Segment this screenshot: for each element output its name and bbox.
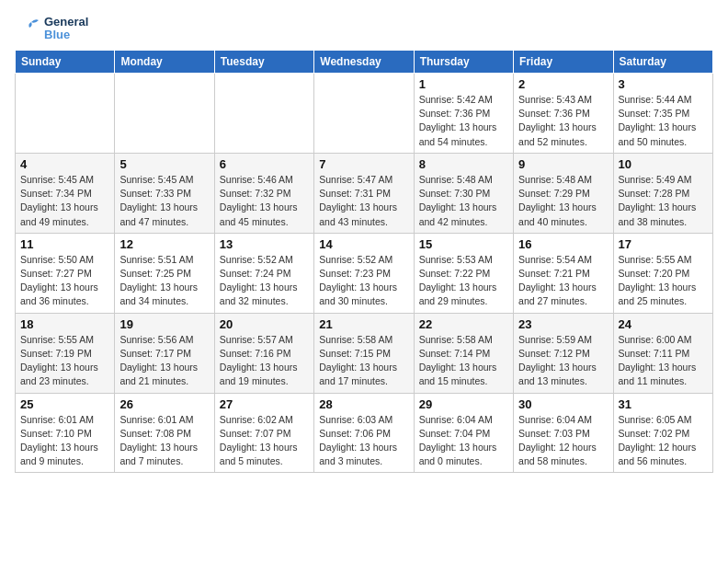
calendar-cell: 9Sunrise: 5:48 AMSunset: 7:29 PMDaylight… <box>514 153 613 233</box>
calendar-cell: 20Sunrise: 5:57 AMSunset: 7:16 PMDayligh… <box>214 313 313 393</box>
day-info: Sunrise: 5:59 AMSunset: 7:12 PMDaylight:… <box>518 333 608 389</box>
day-info: Sunrise: 6:04 AMSunset: 7:03 PMDaylight:… <box>518 413 608 469</box>
calendar-cell: 15Sunrise: 5:53 AMSunset: 7:22 PMDayligh… <box>414 233 513 313</box>
calendar-cell: 4Sunrise: 5:45 AMSunset: 7:34 PMDaylight… <box>16 153 115 233</box>
day-info: Sunrise: 5:47 AMSunset: 7:31 PMDaylight:… <box>319 173 408 229</box>
day-info: Sunrise: 5:43 AMSunset: 7:36 PMDaylight:… <box>518 93 608 149</box>
day-number: 16 <box>518 237 608 251</box>
day-number: 17 <box>619 237 708 251</box>
day-info: Sunrise: 5:54 AMSunset: 7:21 PMDaylight:… <box>518 253 608 309</box>
logo-bird-icon <box>15 15 42 42</box>
logo-text: General Blue <box>44 16 88 42</box>
day-info: Sunrise: 5:58 AMSunset: 7:15 PMDaylight:… <box>319 333 408 389</box>
day-info: Sunrise: 5:55 AMSunset: 7:20 PMDaylight:… <box>619 253 708 309</box>
day-info: Sunrise: 5:55 AMSunset: 7:19 PMDaylight:… <box>20 333 109 389</box>
day-info: Sunrise: 5:57 AMSunset: 7:16 PMDaylight:… <box>220 333 309 389</box>
day-number: 6 <box>220 157 309 171</box>
day-info: Sunrise: 6:04 AMSunset: 7:04 PMDaylight:… <box>419 413 508 469</box>
day-info: Sunrise: 5:52 AMSunset: 7:23 PMDaylight:… <box>319 253 408 309</box>
calendar-cell: 30Sunrise: 6:04 AMSunset: 7:03 PMDayligh… <box>514 393 613 473</box>
calendar-cell: 14Sunrise: 5:52 AMSunset: 7:23 PMDayligh… <box>314 233 414 313</box>
weekday-header: Friday <box>514 51 613 74</box>
calendar-cell: 22Sunrise: 5:58 AMSunset: 7:14 PMDayligh… <box>414 313 513 393</box>
day-number: 5 <box>119 157 209 171</box>
day-number: 8 <box>419 157 508 171</box>
calendar-cell: 27Sunrise: 6:02 AMSunset: 7:07 PMDayligh… <box>214 393 313 473</box>
calendar-cell: 24Sunrise: 6:00 AMSunset: 7:11 PMDayligh… <box>613 313 712 393</box>
calendar-cell: 28Sunrise: 6:03 AMSunset: 7:06 PMDayligh… <box>314 393 414 473</box>
day-info: Sunrise: 5:52 AMSunset: 7:24 PMDaylight:… <box>220 253 309 309</box>
weekday-header: Wednesday <box>314 51 414 74</box>
logo: General Blue <box>15 15 88 42</box>
day-number: 29 <box>419 397 508 411</box>
day-number: 28 <box>319 397 408 411</box>
day-info: Sunrise: 5:50 AMSunset: 7:27 PMDaylight:… <box>20 253 109 309</box>
day-info: Sunrise: 5:48 AMSunset: 7:30 PMDaylight:… <box>419 173 508 229</box>
day-number: 12 <box>119 237 209 251</box>
calendar-cell: 19Sunrise: 5:56 AMSunset: 7:17 PMDayligh… <box>115 313 214 393</box>
day-number: 27 <box>220 397 309 411</box>
day-info: Sunrise: 6:01 AMSunset: 7:08 PMDaylight:… <box>119 413 209 469</box>
day-number: 14 <box>319 237 408 251</box>
day-number: 11 <box>20 237 109 251</box>
calendar-cell <box>214 74 313 154</box>
calendar-cell: 3Sunrise: 5:44 AMSunset: 7:35 PMDaylight… <box>613 74 712 154</box>
calendar-cell: 8Sunrise: 5:48 AMSunset: 7:30 PMDaylight… <box>414 153 513 233</box>
calendar-header-row: SundayMondayTuesdayWednesdayThursdayFrid… <box>16 51 713 74</box>
day-info: Sunrise: 5:51 AMSunset: 7:25 PMDaylight:… <box>119 253 209 309</box>
page-header: General Blue <box>15 15 713 42</box>
calendar-cell: 31Sunrise: 6:05 AMSunset: 7:02 PMDayligh… <box>613 393 712 473</box>
calendar-table: SundayMondayTuesdayWednesdayThursdayFrid… <box>15 50 713 473</box>
calendar-cell: 21Sunrise: 5:58 AMSunset: 7:15 PMDayligh… <box>314 313 414 393</box>
day-info: Sunrise: 5:46 AMSunset: 7:32 PMDaylight:… <box>220 173 309 229</box>
calendar-cell: 7Sunrise: 5:47 AMSunset: 7:31 PMDaylight… <box>314 153 414 233</box>
calendar-week-row: 18Sunrise: 5:55 AMSunset: 7:19 PMDayligh… <box>16 313 713 393</box>
calendar-week-row: 4Sunrise: 5:45 AMSunset: 7:34 PMDaylight… <box>16 153 713 233</box>
day-number: 15 <box>419 237 508 251</box>
day-info: Sunrise: 5:49 AMSunset: 7:28 PMDaylight:… <box>619 173 708 229</box>
day-info: Sunrise: 5:53 AMSunset: 7:22 PMDaylight:… <box>419 253 508 309</box>
calendar-cell: 26Sunrise: 6:01 AMSunset: 7:08 PMDayligh… <box>115 393 214 473</box>
day-info: Sunrise: 6:05 AMSunset: 7:02 PMDaylight:… <box>619 413 708 469</box>
calendar-cell: 16Sunrise: 5:54 AMSunset: 7:21 PMDayligh… <box>514 233 613 313</box>
day-number: 25 <box>20 397 109 411</box>
calendar-cell: 23Sunrise: 5:59 AMSunset: 7:12 PMDayligh… <box>514 313 613 393</box>
day-info: Sunrise: 6:03 AMSunset: 7:06 PMDaylight:… <box>319 413 408 469</box>
day-info: Sunrise: 5:48 AMSunset: 7:29 PMDaylight:… <box>518 173 608 229</box>
day-number: 7 <box>319 157 408 171</box>
day-info: Sunrise: 5:56 AMSunset: 7:17 PMDaylight:… <box>119 333 209 389</box>
day-number: 4 <box>20 157 109 171</box>
calendar-week-row: 1Sunrise: 5:42 AMSunset: 7:36 PMDaylight… <box>16 74 713 154</box>
day-number: 3 <box>619 77 708 91</box>
calendar-cell: 2Sunrise: 5:43 AMSunset: 7:36 PMDaylight… <box>514 74 613 154</box>
calendar-cell: 10Sunrise: 5:49 AMSunset: 7:28 PMDayligh… <box>613 153 712 233</box>
calendar-cell: 5Sunrise: 5:45 AMSunset: 7:33 PMDaylight… <box>115 153 214 233</box>
day-number: 30 <box>518 397 608 411</box>
calendar-cell: 17Sunrise: 5:55 AMSunset: 7:20 PMDayligh… <box>613 233 712 313</box>
weekday-header: Monday <box>115 51 214 74</box>
day-info: Sunrise: 5:44 AMSunset: 7:35 PMDaylight:… <box>619 93 708 149</box>
calendar-cell: 29Sunrise: 6:04 AMSunset: 7:04 PMDayligh… <box>414 393 513 473</box>
day-number: 23 <box>518 317 608 331</box>
day-info: Sunrise: 5:45 AMSunset: 7:33 PMDaylight:… <box>119 173 209 229</box>
day-number: 20 <box>220 317 309 331</box>
calendar-cell: 18Sunrise: 5:55 AMSunset: 7:19 PMDayligh… <box>16 313 115 393</box>
calendar-week-row: 25Sunrise: 6:01 AMSunset: 7:10 PMDayligh… <box>16 393 713 473</box>
calendar-week-row: 11Sunrise: 5:50 AMSunset: 7:27 PMDayligh… <box>16 233 713 313</box>
weekday-header: Tuesday <box>214 51 313 74</box>
calendar-cell: 25Sunrise: 6:01 AMSunset: 7:10 PMDayligh… <box>16 393 115 473</box>
day-number: 26 <box>119 397 209 411</box>
day-number: 10 <box>619 157 708 171</box>
calendar-cell: 6Sunrise: 5:46 AMSunset: 7:32 PMDaylight… <box>214 153 313 233</box>
day-number: 21 <box>319 317 408 331</box>
day-number: 1 <box>419 77 508 91</box>
calendar-cell <box>115 74 214 154</box>
weekday-header: Sunday <box>16 51 115 74</box>
calendar-cell <box>16 74 115 154</box>
calendar-cell: 13Sunrise: 5:52 AMSunset: 7:24 PMDayligh… <box>214 233 313 313</box>
day-number: 2 <box>518 77 608 91</box>
day-number: 18 <box>20 317 109 331</box>
day-number: 22 <box>419 317 508 331</box>
day-info: Sunrise: 6:02 AMSunset: 7:07 PMDaylight:… <box>220 413 309 469</box>
calendar-cell <box>314 74 414 154</box>
